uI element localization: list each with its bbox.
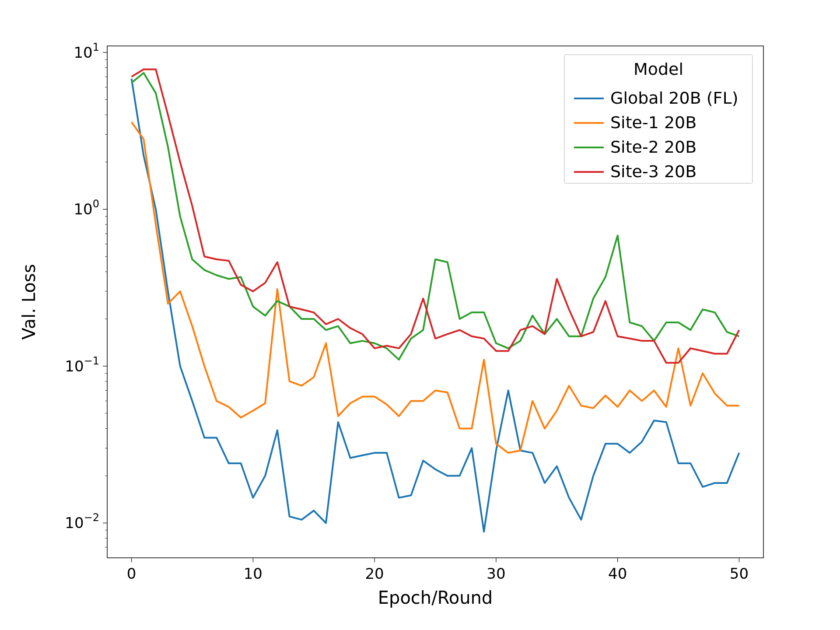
y-tick-label: 100 bbox=[74, 198, 99, 218]
x-axis-label: Epoch/Round bbox=[378, 588, 493, 608]
x-tick-label: 20 bbox=[365, 565, 384, 582]
y-tick-label: 10−2 bbox=[65, 511, 99, 532]
x-tick-label: 10 bbox=[244, 565, 262, 582]
legend-label: Site-2 20B bbox=[610, 137, 696, 157]
legend-label: Global 20B (FL) bbox=[610, 88, 738, 108]
chart-container: 0102030405010−210−1100101Epoch/RoundVal.… bbox=[0, 0, 840, 630]
x-tick-label: 0 bbox=[127, 565, 136, 582]
y-axis-label: Val. Loss bbox=[19, 264, 39, 340]
legend-title: Model bbox=[634, 60, 683, 79]
y-tick-label: 101 bbox=[74, 41, 99, 61]
legend-label: Site-3 20B bbox=[610, 162, 696, 181]
x-tick-label: 50 bbox=[730, 565, 749, 582]
line-chart-svg: 0102030405010−210−1100101Epoch/RoundVal.… bbox=[0, 0, 840, 630]
y-tick-label: 10−1 bbox=[65, 355, 99, 375]
x-tick-label: 30 bbox=[486, 565, 505, 582]
legend-label: Site-1 20B bbox=[610, 113, 696, 132]
x-tick-label: 40 bbox=[608, 565, 627, 582]
